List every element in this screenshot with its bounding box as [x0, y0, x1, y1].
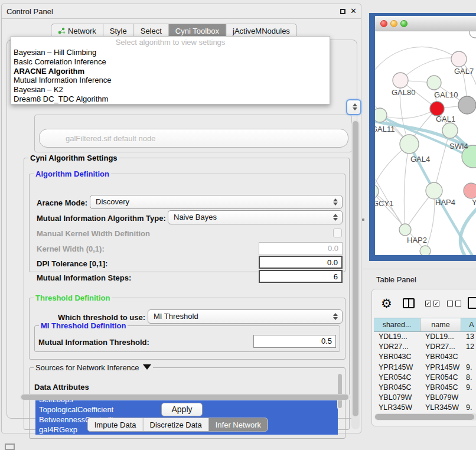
table-horizontal-scrollbar[interactable] — [374, 413, 476, 420]
cyni-bottom-tabbar: Impute DataDiscretize DataInfer Network — [87, 418, 268, 432]
attributes-scrollbar[interactable] — [337, 373, 343, 410]
close-traffic-light-icon[interactable] — [380, 20, 387, 27]
zoom-traffic-light-icon[interactable] — [400, 20, 407, 27]
table-body: YDL19...YDL19...13YDR27...YDR27...12YBR0… — [374, 332, 476, 423]
aracne-mode-dropdown[interactable]: Discovery — [90, 195, 343, 209]
minimize-traffic-light-icon[interactable] — [390, 20, 397, 27]
tab-jactivemnodules[interactable]: jActiveMNodules — [226, 24, 296, 37]
table-row[interactable]: YLR345WYLR345W9. — [374, 403, 476, 413]
close-icon[interactable]: ✕ — [350, 6, 357, 15]
tab-style[interactable]: Style — [103, 24, 134, 37]
table-row[interactable]: YER054CYER054C8. — [374, 373, 476, 383]
dropdown-option[interactable]: ARACNE Algorithm — [11, 67, 330, 76]
tab-infer-network[interactable]: Infer Network — [209, 418, 268, 431]
mi-threshold-definition-group: MI Threshold Definition Mutual Informati… — [34, 321, 340, 352]
table-cell: YDR27... — [374, 342, 420, 352]
table-row[interactable]: YDR27...YDR27...12 — [374, 342, 476, 352]
control-panel: Control Panel ✕ NetworkStyleSelectCyni T… — [1, 4, 361, 433]
mi-threshold-field[interactable]: 0.5 — [253, 335, 336, 348]
mi-algorithm-type-label: Mutual Information Algorithm Type: — [37, 214, 166, 223]
dpi-tolerance-label: DPI Tolerance [0,1]: — [37, 259, 107, 268]
table-cell: YLR345W — [420, 403, 461, 413]
algorithm-dropdown-stepper[interactable] — [346, 99, 361, 115]
table-select-dropdown[interactable]: galFiltered.sif default node — [39, 129, 348, 148]
dropdown-option[interactable]: Bayesian – Hill Climbing — [11, 48, 330, 57]
column-header-1[interactable]: shared... — [374, 318, 420, 331]
dropdown-option[interactable]: Bayesian – K2 — [11, 85, 330, 94]
table-row[interactable]: YBR045CYBR045C9. — [374, 383, 476, 393]
network-node[interactable] — [427, 76, 441, 90]
document-icon[interactable] — [468, 297, 476, 309]
column-header-3[interactable]: A — [461, 318, 476, 331]
cyni-settings-title: Cyni Algorithm Settings — [28, 154, 119, 162]
apply-button[interactable]: Apply — [161, 403, 203, 416]
columns-icon[interactable] — [403, 298, 415, 308]
dropdown-option[interactable]: Mutual Information Inference — [11, 76, 330, 85]
unchecked-checkbox-icon[interactable] — [447, 301, 453, 306]
network-node[interactable] — [430, 102, 444, 116]
dropdown-prompt: Select algorithm to view settings — [11, 37, 330, 48]
manual-kernel-width-checkbox[interactable] — [333, 229, 342, 237]
float-window-icon[interactable] — [340, 9, 345, 14]
stepper-arrows-icon — [333, 312, 338, 321]
dropdown-option[interactable]: Dream8 DC_TDC Algorithm — [11, 94, 330, 104]
network-node[interactable] — [426, 182, 442, 199]
cyni-algorithm-settings-group: Cyni Algorithm Settings Algorithm Defini… — [24, 154, 350, 430]
table-cell: 12 — [461, 342, 476, 352]
network-node[interactable] — [442, 123, 458, 138]
table-panel-title: Table Panel — [376, 275, 416, 284]
threshold-definition-group: Threshold Definition Which threshold to … — [29, 294, 345, 360]
node-label: GCY1 — [375, 199, 393, 208]
panel-title: Control Panel — [6, 7, 53, 16]
panel-splitter-handle[interactable] — [362, 219, 364, 221]
mi-algorithm-type-dropdown[interactable]: Naive Bayes — [168, 210, 343, 224]
network-node[interactable] — [470, 31, 476, 38]
network-node[interactable] — [399, 224, 411, 236]
checked-checkbox-icon[interactable]: ✓ — [433, 301, 439, 306]
table-cell: 9. — [461, 363, 476, 373]
network-node[interactable] — [393, 73, 408, 88]
tab-network[interactable]: Network — [51, 24, 103, 37]
tab-discretize-data[interactable]: Discretize Data — [144, 418, 209, 431]
table-panel: ⚙ ✓ ✓ shared...nameA YDL19...YDL19...13Y… — [371, 289, 476, 426]
tab-impute-data[interactable]: Impute Data — [88, 418, 144, 431]
sources-toggle[interactable]: Sources for Network Inference — [34, 363, 153, 372]
node-label: HAP2 — [407, 236, 427, 244]
tab-select[interactable]: Select — [134, 24, 169, 37]
algorithm-definition-title: Algorithm Definition — [34, 169, 111, 178]
dpi-tolerance-field[interactable]: 0.0 — [259, 256, 343, 269]
table-cell: YBR045C — [420, 383, 461, 393]
network-node[interactable] — [420, 246, 431, 255]
network-node[interactable] — [400, 135, 419, 154]
network-node[interactable] — [375, 184, 379, 198]
table-row[interactable]: YPR145WYPR145W9. — [374, 363, 476, 373]
table-header-row: shared...nameA — [374, 318, 476, 332]
gear-icon[interactable]: ⚙ — [381, 296, 392, 311]
table-cell: YER054C — [420, 373, 461, 383]
kernel-width-field[interactable]: 0.0 — [259, 242, 343, 255]
network-node-labels: GAL7GAL80GAL10GAL1GAL11SWI4GAL4GCY1HAP4Y… — [375, 67, 476, 244]
table-row[interactable]: YBL079WYBL079W — [374, 393, 476, 403]
table-row[interactable]: YDL19...YDL19...13 — [374, 332, 476, 342]
column-header-2[interactable]: name — [420, 318, 461, 331]
network-canvas[interactable]: GAL7GAL80GAL10GAL1GAL11SWI4GAL4GCY1HAP4Y… — [375, 31, 476, 255]
checked-checkbox-icon[interactable]: ✓ — [425, 301, 431, 306]
node-label: Y — [472, 198, 476, 207]
network-node[interactable] — [458, 96, 476, 114]
network-node[interactable] — [464, 183, 476, 198]
table-row[interactable]: YBR043CYBR043C — [374, 352, 476, 362]
network-node[interactable] — [375, 108, 387, 122]
dropdown-option[interactable]: Basic Correlation Inference — [11, 57, 330, 67]
table-cell: YDL19... — [374, 332, 420, 342]
control-panel-titlebar: Control Panel ✕ — [2, 4, 361, 19]
network-node[interactable] — [451, 51, 467, 67]
tab-cyni-toolbox[interactable]: Cyni Toolbox — [169, 24, 226, 37]
table-cell: YBR043C — [374, 352, 420, 362]
network-titlebar[interactable] — [375, 16, 476, 31]
settings-vertical-scrollbar[interactable] — [351, 120, 360, 429]
table-cell: 9. — [461, 383, 476, 393]
node-label: GAL11 — [375, 125, 395, 133]
settings-horizontal-scrollbar[interactable] — [20, 394, 351, 400]
mi-steps-field[interactable]: 6 — [259, 270, 343, 283]
unchecked-checkbox-icon[interactable] — [455, 301, 461, 306]
